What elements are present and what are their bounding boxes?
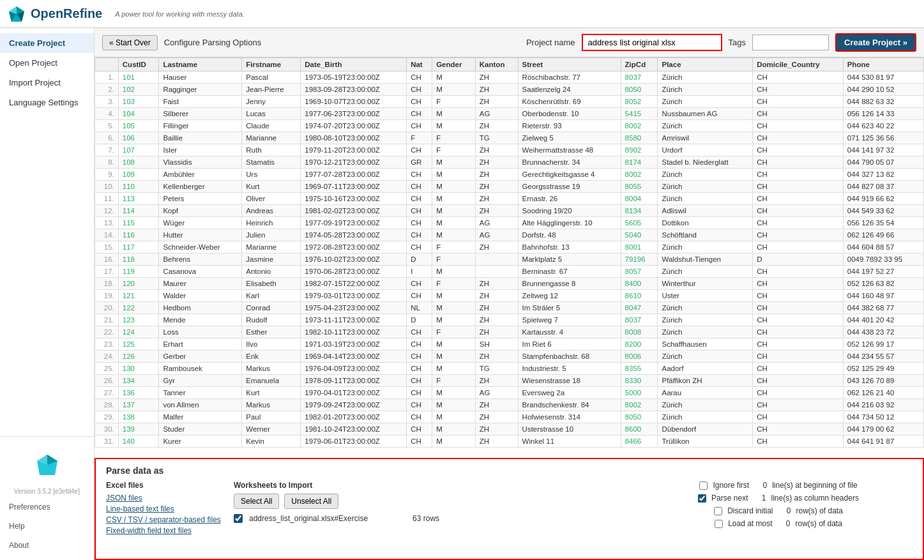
col-kanton: Kanton <box>475 58 518 72</box>
parse-next-checkbox[interactable] <box>698 494 706 503</box>
sidebar-bottom: Version 3.5.2 [e3efd4e] Preferences Help… <box>0 436 94 560</box>
cell-nat: CH <box>407 399 432 411</box>
cell-street: Im Riet 6 <box>518 338 621 351</box>
cell-gender: M <box>432 363 476 375</box>
cell-lastname: Walder <box>159 290 242 302</box>
cell-phone: 044 401 20 42 <box>843 314 923 326</box>
zip-code: 8050 <box>621 411 658 423</box>
cell-street: Dorfstr. 48 <box>518 229 621 241</box>
cell-kanton: ZH <box>475 302 518 314</box>
cell-lastname: Kellenberger <box>159 181 242 193</box>
cust-id: 124 <box>118 326 159 338</box>
row-number: 13. <box>95 217 119 229</box>
cell-place: Zürich <box>658 72 753 84</box>
ignore-first-checkbox[interactable] <box>699 481 708 490</box>
cust-id: 121 <box>118 290 159 302</box>
table-row: 25.130RambousekMarkus1976-04-09T23:00:00… <box>95 363 924 375</box>
cell-date_birth: 1970-06-28T23:00:00Z <box>301 266 407 278</box>
project-name-label: Project name <box>526 38 575 47</box>
row-number: 25. <box>95 363 119 375</box>
cell-kanton: ZH <box>475 193 518 205</box>
logo: OpenRefine <box>8 5 102 23</box>
row-number: 14. <box>95 229 119 241</box>
cell-street: Spielweg 7 <box>518 314 621 326</box>
cell-gender: M <box>432 302 476 314</box>
cell-gender: F <box>432 132 476 144</box>
row-number: 20. <box>95 302 119 314</box>
cell-phone: 044 160 48 97 <box>843 290 923 302</box>
sidebar-item-import-project[interactable]: Import Project <box>0 73 94 93</box>
cell-lastname: Rambousek <box>159 363 242 375</box>
col-phone: Phone <box>843 58 923 72</box>
project-name-input[interactable] <box>582 34 722 51</box>
cell-firstname: Markus <box>242 399 301 411</box>
cell-date_birth: 1982-01-20T23:00:00Z <box>301 411 407 423</box>
configure-label: Configure Parsing Options <box>164 38 261 47</box>
table-area[interactable]: CustID Lastname Firstname Date_Birth Nat… <box>95 57 924 458</box>
cell-street: Hofwiesenstr. 314 <box>518 411 621 423</box>
cust-id: 140 <box>118 435 159 448</box>
cell-firstname: Stamatis <box>242 156 301 169</box>
cell-domicile_country: CH <box>753 96 843 108</box>
cell-domicile_country: CH <box>753 266 843 278</box>
line-based-link[interactable]: Line-based text files <box>106 504 221 513</box>
cell-lastname: Gyr <box>159 375 242 387</box>
sidebar-item-about[interactable]: About <box>0 536 94 555</box>
cell-place: Zürich <box>658 399 753 411</box>
cust-id: 137 <box>118 399 159 411</box>
cell-date_birth: 1974-07-20T23:00:00Z <box>301 120 407 132</box>
start-over-button[interactable]: « Start Over <box>102 35 158 50</box>
zip-code: 8037 <box>621 72 658 84</box>
cell-kanton: ZH <box>475 84 518 96</box>
sidebar-version: Version 3.5.2 [e3efd4e] <box>0 488 94 497</box>
select-all-button[interactable]: Select All <box>234 494 279 509</box>
cell-gender: M <box>432 193 476 205</box>
cell-place: Winterthur <box>658 278 753 290</box>
cell-domicile_country: CH <box>753 351 843 363</box>
cell-phone: 044 179 00 62 <box>843 423 923 435</box>
fixed-width-link[interactable]: Fixed-width field text files <box>106 526 221 535</box>
cell-street: Marktplatz 5 <box>518 254 621 266</box>
sidebar-item-open-project[interactable]: Open Project <box>0 53 94 73</box>
sidebar-item-preferences[interactable]: Preferences <box>0 497 94 517</box>
cell-place: Zürich <box>658 181 753 193</box>
sidebar-item-language-settings[interactable]: Language Settings <box>0 93 94 112</box>
tags-input[interactable] <box>752 34 829 50</box>
row-number: 8. <box>95 156 119 169</box>
file-types-panel: Excel files JSON files Line-based text f… <box>106 481 221 537</box>
cell-gender: M <box>432 205 476 217</box>
cust-id: 117 <box>118 241 159 254</box>
csv-tsv-link[interactable]: CSV / TSV / separator-based files <box>106 515 221 524</box>
sidebar-item-create-project[interactable]: Create Project <box>0 33 94 53</box>
unselect-all-button[interactable]: Unselect All <box>284 494 338 509</box>
cell-domicile_country: CH <box>753 278 843 290</box>
cell-phone: 0049 7892 33 95 <box>843 254 923 266</box>
discard-initial-checkbox[interactable] <box>714 507 722 515</box>
cell-nat: CH <box>407 108 432 120</box>
row-number: 11. <box>95 193 119 205</box>
table-row: 19.121WalderKarl1979-03-01T23:00:00ZCHMZ… <box>95 290 924 302</box>
row-number: 3. <box>95 96 119 108</box>
table-row: 17.119CasanovaAntonio1970-06-28T23:00:00… <box>95 266 924 278</box>
cell-nat: CH <box>407 96 432 108</box>
table-row: 24.126GerberErik1969-04-14T23:00:00ZCHMZ… <box>95 351 924 363</box>
cell-nat: CH <box>407 423 432 435</box>
worksheet-checkbox[interactable] <box>234 514 243 523</box>
json-files-link[interactable]: JSON files <box>106 494 221 503</box>
cell-firstname: Kurt <box>242 181 301 193</box>
cell-firstname: Jean-Pierre <box>242 84 301 96</box>
sidebar-item-help[interactable]: Help <box>0 517 94 536</box>
cell-street: Köschenrütlstr. 69 <box>518 96 621 108</box>
cell-date_birth: 1981-02-02T23:00:00Z <box>301 205 407 217</box>
cell-place: Urdorf <box>658 144 753 156</box>
cell-nat: CH <box>407 241 432 254</box>
cell-gender: M <box>432 399 476 411</box>
load-at-most-checkbox[interactable] <box>715 520 723 528</box>
cell-gender: M <box>432 72 476 84</box>
row-number: 30. <box>95 423 119 435</box>
row-number: 19. <box>95 290 119 302</box>
zip-code: 8580 <box>621 132 658 144</box>
cell-gender: M <box>432 290 476 302</box>
create-project-button[interactable]: Create Project » <box>835 33 916 52</box>
table-row: 9.109AmbühlerUrs1977-07-28T23:00:00ZCHMZ… <box>95 169 924 181</box>
